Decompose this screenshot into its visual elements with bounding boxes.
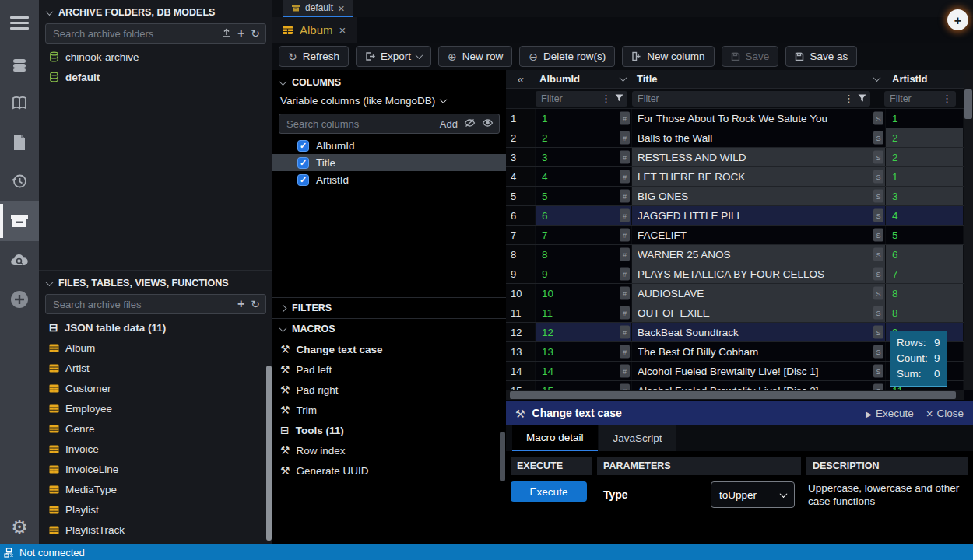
tab-default[interactable]: default <box>283 0 353 17</box>
title-cell[interactable]: AUDIOSLAVE <box>632 284 886 303</box>
archive-search-input[interactable] <box>51 27 216 40</box>
sidebar-item-archive[interactable] <box>0 201 39 241</box>
albumid-cell[interactable]: 12 <box>536 323 632 341</box>
table-tree-item-album[interactable]: Album <box>39 338 272 358</box>
albumid-cell[interactable]: 10 <box>536 284 632 303</box>
sidebar-item-files[interactable] <box>0 123 39 162</box>
funnel-icon[interactable] <box>858 94 866 103</box>
checkbox-checked-icon[interactable] <box>297 140 309 152</box>
table-tree-item-employee[interactable]: Employee <box>39 398 272 418</box>
left-panel-scrollbar[interactable] <box>266 366 272 541</box>
table-tree-item-artist[interactable]: Artist <box>39 358 272 378</box>
macro-list-item[interactable]: Pad right <box>272 380 506 400</box>
files-search-input[interactable] <box>51 298 231 311</box>
param-type-select[interactable]: toUpper <box>711 481 795 508</box>
execute-button[interactable]: Execute <box>511 481 587 502</box>
macro-list-item[interactable]: Trim <box>272 400 506 420</box>
column-header-albumid[interactable]: AlbumId <box>536 73 632 85</box>
albumid-cell[interactable]: 1 <box>536 109 632 128</box>
tab-album[interactable]: Album <box>272 17 357 43</box>
refresh-button[interactable]: Refresh <box>279 46 349 67</box>
close-icon[interactable] <box>339 23 346 37</box>
artistid-cell[interactable]: 3 <box>886 187 964 205</box>
albumid-cell[interactable]: 7 <box>536 226 632 244</box>
menu-button[interactable] <box>0 0 39 45</box>
column-checkbox-row[interactable]: ArtistId <box>272 171 506 188</box>
archive-section-header[interactable]: ARCHIVE FOLDERS, DB MODELS <box>39 0 272 20</box>
kebab-menu-icon[interactable] <box>844 93 854 104</box>
close-icon[interactable] <box>338 2 345 15</box>
albumid-cell[interactable]: 6 <box>536 206 632 225</box>
table-tree-item-playlisttrack[interactable]: PlaylistTrack <box>39 520 272 540</box>
macro-list-item[interactable]: Pad left <box>272 359 506 380</box>
column-checkbox-row[interactable]: Title <box>272 154 506 171</box>
albumid-cell[interactable]: 5 <box>536 187 632 205</box>
title-cell[interactable]: Balls to the Wall <box>632 128 886 147</box>
grid-vertical-scrollbar[interactable] <box>964 70 973 390</box>
tree-group-json-table-data[interactable]: JSON table data (11) <box>39 317 272 338</box>
title-cell[interactable]: BIG ONES <box>632 187 886 205</box>
column-checkbox-row[interactable]: AlbumId <box>272 137 506 154</box>
sidebar-item-cloud[interactable] <box>0 241 39 280</box>
filters-section-header[interactable]: FILTERS <box>272 297 506 318</box>
artistid-cell[interactable]: 1 <box>886 167 964 186</box>
sidebar-item-history[interactable] <box>0 162 39 201</box>
new-row-button[interactable]: New row <box>438 46 512 67</box>
archive-folder-item[interactable]: default <box>39 67 272 87</box>
albumid-cell[interactable]: 9 <box>536 264 632 283</box>
albumid-cell[interactable]: 11 <box>536 303 632 322</box>
add-file-icon[interactable] <box>237 298 244 310</box>
columns-section-header[interactable]: COLUMNS <box>272 70 506 90</box>
refresh-icon[interactable] <box>251 299 260 310</box>
export-button[interactable]: Export <box>356 46 431 67</box>
title-cell[interactable]: The Best Of Billy Cobham <box>632 342 886 361</box>
funnel-icon[interactable] <box>615 94 623 103</box>
artistid-cell[interactable]: 7 <box>886 264 964 283</box>
albumid-cell[interactable]: 13 <box>536 342 632 361</box>
delete-rows-button[interactable]: Delete row(s) <box>519 46 615 67</box>
checkbox-checked-icon[interactable] <box>297 174 309 186</box>
albumid-cell[interactable]: 4 <box>536 167 632 186</box>
collapse-columns-button[interactable] <box>506 72 536 86</box>
table-tree-item-mediatype[interactable]: MediaType <box>39 479 272 499</box>
table-tree-item-playlist[interactable]: Playlist <box>39 499 272 520</box>
eye-off-icon[interactable] <box>464 118 476 129</box>
files-section-header[interactable]: FILES, TABLES, VIEWS, FUNCTIONS <box>39 271 272 291</box>
upload-icon[interactable] <box>222 28 231 39</box>
macro-list-item[interactable]: Row index <box>272 440 506 460</box>
table-tree-item-invoiceline[interactable]: InvoiceLine <box>39 459 272 479</box>
sidebar-item-documentation[interactable] <box>0 84 39 123</box>
title-cell[interactable]: FACELIFT <box>632 226 886 244</box>
table-tree-item-invoice[interactable]: Invoice <box>39 439 272 459</box>
sidebar-item-add[interactable] <box>0 280 39 319</box>
archive-folder-item[interactable]: chinook-archive <box>39 47 272 67</box>
title-cell[interactable]: For Those About To Rock We Salute You <box>632 109 886 128</box>
table-tree-item-genre[interactable]: Genre <box>39 418 272 439</box>
artistid-cell[interactable]: 5 <box>886 226 964 244</box>
filter-title-input[interactable] <box>636 93 840 105</box>
new-connection-button[interactable] <box>947 9 968 30</box>
macros-scrollbar[interactable] <box>500 432 505 481</box>
title-cell[interactable]: PLAYS METALLICA BY FOUR CELLOS <box>632 264 886 283</box>
column-header-title[interactable]: Title <box>632 73 886 85</box>
artistid-cell[interactable]: 8 <box>886 284 964 303</box>
title-cell[interactable]: Alcohol Fueled Brewtality Live! [Disc 1] <box>632 362 886 380</box>
refresh-icon[interactable] <box>251 28 260 39</box>
title-cell[interactable]: RESTLESS AND WILD <box>632 148 886 166</box>
macros-section-header[interactable]: MACROS <box>272 318 506 339</box>
grid-horizontal-scrollbar[interactable] <box>506 390 964 400</box>
column-header-artistid[interactable]: ArtistId <box>886 73 964 85</box>
kebab-menu-icon[interactable] <box>942 93 952 104</box>
columns-search-input[interactable] <box>285 117 434 131</box>
new-column-button[interactable]: New column <box>622 46 714 67</box>
filter-albumid-input[interactable] <box>539 93 597 105</box>
albumid-cell[interactable]: 2 <box>536 128 632 147</box>
macro-list-item[interactable]: Tools (11) <box>272 420 506 440</box>
checkbox-checked-icon[interactable] <box>297 157 309 169</box>
title-cell[interactable]: LET THERE BE ROCK <box>632 167 886 186</box>
filter-artistid-input[interactable] <box>888 93 938 105</box>
macro-tab[interactable]: JavaScript <box>599 425 676 451</box>
macro-list-item[interactable]: Generate UUID <box>272 460 506 481</box>
albumid-cell[interactable]: 14 <box>536 362 632 380</box>
execute-action[interactable]: Execute <box>866 408 913 419</box>
